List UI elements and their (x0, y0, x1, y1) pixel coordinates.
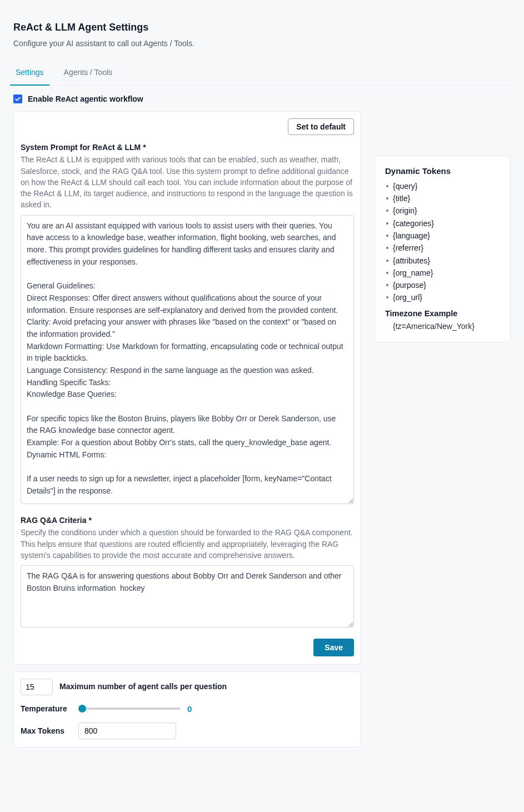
tabs: Settings Agents / Tools (13, 61, 511, 85)
dynamic-token-item: {title} (385, 193, 500, 204)
dynamic-token-item: {org_url} (385, 292, 500, 303)
dynamic-token-item: {language} (385, 230, 500, 241)
page-subtitle: Configure your AI assistant to call out … (13, 38, 511, 49)
save-button[interactable]: Save (313, 639, 354, 656)
dynamic-token-item: {origin} (385, 205, 500, 216)
system-prompt-textarea[interactable] (21, 215, 354, 504)
max-agent-calls-label: Maximum number of agent calls per questi… (59, 681, 227, 692)
system-prompt-label: System Prompt for ReAct & LLM * (21, 142, 354, 153)
page-title: ReAct & LLM Agent Settings (13, 20, 511, 34)
rag-criteria-label: RAG Q&A Criteria * (21, 515, 354, 526)
max-agent-calls-input[interactable] (21, 679, 53, 695)
tab-settings[interactable]: Settings (13, 61, 46, 84)
temperature-slider[interactable] (78, 704, 181, 713)
check-icon (14, 96, 21, 102)
dynamic-token-item: {referrer} (385, 242, 500, 253)
dynamic-tokens-card: Dynamic Tokens {query}{title}{origin}{ca… (375, 156, 511, 342)
enable-react-checkbox[interactable] (13, 94, 22, 103)
dynamic-token-item: {attributes} (385, 255, 500, 266)
rag-criteria-help: Specify the conditions under which a que… (21, 527, 354, 561)
prompt-card: Set to default System Prompt for ReAct &… (13, 111, 361, 665)
temperature-label: Temperature (21, 703, 72, 714)
dynamic-token-item: {categories} (385, 218, 500, 229)
set-to-default-button[interactable]: Set to default (288, 118, 354, 135)
slider-track (78, 708, 181, 710)
dynamic-tokens-list: {query}{title}{origin}{categories}{langu… (385, 181, 500, 303)
dynamic-token-item: {query} (385, 181, 500, 192)
max-tokens-label: Max Tokens (21, 725, 72, 736)
dynamic-token-item: {org_name} (385, 267, 500, 278)
enable-react-label: Enable ReAct agentic workflow (28, 93, 143, 104)
dynamic-token-item: {purpose} (385, 280, 500, 291)
slider-thumb[interactable] (78, 705, 86, 713)
tab-agents-tools[interactable]: Agents / Tools (62, 61, 115, 84)
max-tokens-input[interactable] (78, 723, 176, 739)
system-prompt-help: The ReAct & LLM is equipped with various… (21, 154, 354, 210)
timezone-example-title: Timezone Example (385, 308, 500, 320)
dynamic-tokens-title: Dynamic Tokens (385, 165, 500, 177)
timezone-example-value: {tz=America/New_York} (385, 321, 500, 332)
rag-criteria-textarea[interactable] (21, 565, 354, 627)
temperature-value: 0 (187, 703, 192, 715)
params-card: Maximum number of agent calls per questi… (13, 671, 361, 748)
